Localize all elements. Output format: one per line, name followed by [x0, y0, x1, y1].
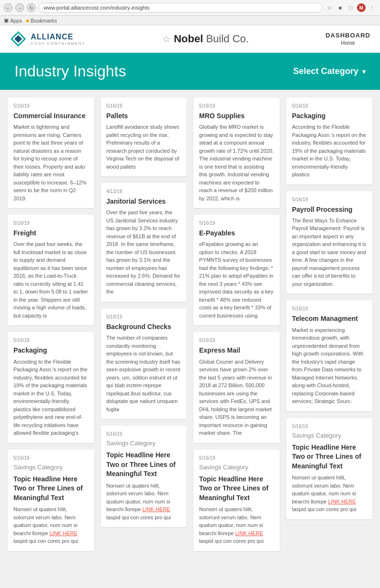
card-date: 5/16/19	[199, 338, 274, 343]
card-body: Nonseri ut quateni hilit, solorrunt veru…	[107, 482, 181, 522]
card-date: 5/16/19	[13, 338, 88, 343]
card-date: 5/18/19	[107, 314, 181, 319]
star-brand-icon: ☆	[162, 33, 171, 45]
savings-headline: Topic Headline Here Two or Three Lines o…	[13, 475, 88, 503]
card-title: Commercial Insurance	[13, 111, 88, 120]
card-title: Background Checks	[107, 322, 181, 331]
card: 5/16/19 Savings Category Topic Headline …	[8, 450, 94, 551]
bookmarks-bar: ▣ Apps ■ Bookmarks	[0, 16, 380, 25]
card: 5/16/19 Pallets Landfill avoidance study…	[101, 98, 187, 176]
chevron-down-icon: ▾	[362, 68, 366, 75]
card-date: 5/16/19	[13, 455, 88, 461]
card: 5/16/19 Packaging According to the Flexi…	[8, 332, 94, 442]
main-content: 5/16/19 Commercial Insurance Market is t…	[0, 90, 380, 559]
category-selector[interactable]: Select Category ▾	[293, 66, 366, 76]
card: 4/13/19 Janitorial Services Over the pas…	[101, 183, 187, 302]
card-date: 5/16/19	[13, 103, 88, 109]
card-title: Pallets	[107, 111, 181, 120]
card: 5/16/19 Telecom Managment Market is expe…	[286, 300, 373, 411]
card-title: Packaging	[13, 346, 88, 355]
card: 5/16/19 Payroll Processing The Best Ways…	[286, 191, 373, 294]
apps-bookmark[interactable]: ▣ Apps	[4, 17, 22, 24]
home-link[interactable]: Home	[341, 40, 355, 46]
card-title: Packaging	[292, 111, 367, 120]
card: 5/16/19 Packaging According to the Flexi…	[286, 98, 373, 184]
forward-button[interactable]: →	[15, 3, 24, 12]
extensions-icon[interactable]: ■	[336, 3, 344, 12]
card: 5/16/19 E-Payables ePayables growing as …	[193, 215, 280, 325]
savings-category-label: Savings Category	[13, 464, 88, 471]
logo-area: ALLIANCE COST CONTAINMENT	[10, 30, 85, 48]
card-title: Payroll Processing	[292, 205, 367, 214]
savings-headline: Topic Headline Here Two or Three Lines o…	[107, 451, 181, 479]
card-body: Global Courier and Delivery services hav…	[199, 358, 274, 437]
card-body: The number of companies constantly monit…	[107, 334, 181, 413]
card: 5/16/19 Express Mail Global Courier and …	[193, 332, 280, 442]
card-body: Globally the MRO market is growing and i…	[199, 123, 274, 202]
card-title: E-Payables	[199, 229, 274, 237]
card-title: Express Mail	[199, 346, 274, 355]
savings-headline: Topic Headline Here Two or Three Lines o…	[199, 475, 274, 503]
card-body: Over the past five years, the US Janitor…	[107, 208, 181, 296]
card-link[interactable]: LINK HERE	[328, 499, 356, 504]
card-body: According to the Flexible Packaging Assn…	[292, 123, 367, 179]
card-link[interactable]: LINK HERE	[142, 506, 170, 512]
card-date: 5/16/19	[199, 455, 274, 461]
card: 5/16/19 Savings Category Topic Headline …	[193, 450, 280, 551]
card-title: Freight	[13, 229, 88, 237]
card-body: Nonseri ut quateni hilit, solorrunt veru…	[199, 505, 274, 545]
card-date: 5/16/19	[292, 306, 367, 311]
apps-grid-icon: ▣	[4, 17, 9, 24]
folder-icon: ■	[26, 18, 29, 24]
card-body: Landfill avoidance study shows pallet re…	[107, 123, 181, 171]
dashboard-area: DASHBOARD Home	[325, 32, 370, 46]
card-link[interactable]: LINK HERE	[235, 530, 263, 536]
star-icon[interactable]: ☆	[325, 3, 334, 12]
user-avatar[interactable]: M	[357, 3, 366, 12]
card-body: The Best Ways To Enhance Payroll Managem…	[292, 217, 367, 288]
menu-icon[interactable]: ⋮	[368, 3, 376, 12]
card-link[interactable]: LINK HERE	[49, 530, 77, 536]
card-date: 5/16/19	[292, 424, 367, 429]
column-0: 5/16/19 Commercial Insurance Market is t…	[8, 98, 94, 551]
card-title: Janitorial Services	[107, 197, 181, 206]
card: 5/18/19 Background Checks The number of …	[101, 308, 187, 419]
card: 5/16/19 Freight Over the past four weeks…	[8, 215, 94, 325]
card-title: Telecom Managment	[292, 314, 367, 323]
page-title: Industry Insights	[14, 62, 126, 80]
card-title: MRO Supplies	[199, 111, 274, 120]
card-date: 5/16/19	[292, 197, 367, 202]
column-2: 5/16/19 MRO Supplies Globally the MRO ma…	[193, 98, 280, 551]
screenshot-icon[interactable]: □	[346, 3, 355, 12]
savings-category-label: Savings Category	[199, 464, 274, 471]
brand-center: ☆ Nobel Build Co.	[162, 33, 249, 45]
url-bar[interactable]: www.portal.alliancecost.com/industry-ins…	[38, 3, 322, 12]
card: 5/16/19 Savings Category Topic Headline …	[286, 418, 373, 519]
card-body: Market is experiencing tremendous growth…	[292, 326, 367, 405]
logo-diamond-icon	[10, 30, 27, 48]
site-header: ALLIANCE COST CONTAINMENT ☆ Nobel Build …	[0, 25, 380, 53]
bookmarks-bookmark[interactable]: ■ Bookmarks	[26, 18, 57, 24]
logo-text: ALLIANCE COST CONTAINMENT	[31, 33, 85, 46]
savings-headline: Topic Headline Here Two or Three Lines o…	[292, 443, 367, 471]
column-3: 5/16/19 Packaging According to the Flexi…	[286, 98, 373, 551]
back-button[interactable]: ←	[4, 3, 12, 12]
browser-icons: ☆ ■ □ M ⋮	[325, 3, 376, 12]
brand-name: Nobel Build Co.	[174, 33, 249, 45]
card-body: ePayables growing as an option to checks…	[199, 240, 274, 319]
card-date: 5/16/19	[13, 220, 88, 226]
hero-banner: Industry Insights Select Category ▾	[0, 53, 380, 90]
card-date: 4/13/19	[107, 189, 181, 194]
card-body: Nonseri ut quateni hilit, solorrunt veru…	[13, 505, 88, 545]
card-body: Over the past four weeks, the full truck…	[13, 240, 88, 319]
savings-category-label: Savings Category	[107, 440, 181, 447]
card: 5/16/19 MRO Supplies Globally the MRO ma…	[193, 98, 280, 208]
browser-chrome: ← → ↻ www.portal.alliancecost.com/indust…	[0, 0, 380, 16]
column-1: 5/16/19 Pallets Landfill avoidance study…	[101, 98, 187, 551]
savings-category-label: Savings Category	[292, 432, 367, 439]
card: 5/16/19 Savings Category Topic Headline …	[101, 426, 187, 527]
category-label: Select Category	[293, 66, 358, 76]
card-date: 5/16/19	[107, 431, 181, 437]
card-body: Nonseri ut quateni hilit, solorrunt veru…	[292, 474, 367, 514]
refresh-button[interactable]: ↻	[27, 3, 36, 12]
